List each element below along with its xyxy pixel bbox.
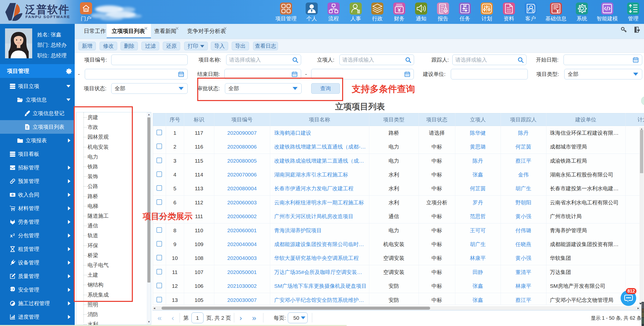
svg-text:x: x <box>10 233 13 238</box>
svg-text:2: 2 <box>13 233 15 237</box>
